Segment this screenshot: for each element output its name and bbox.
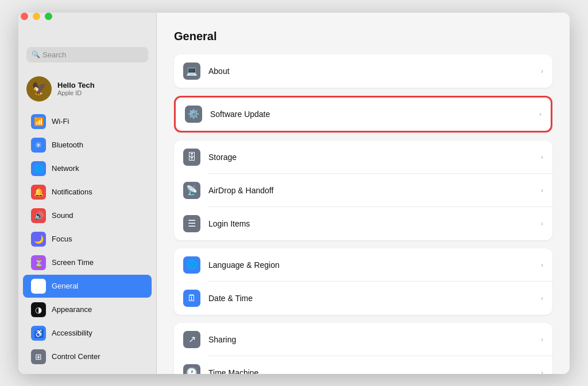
focus-icon: 🌙 xyxy=(31,232,46,247)
sidebar-item-sound[interactable]: 🔊Sound xyxy=(23,204,152,227)
accessibility-icon: ♿ xyxy=(31,326,46,341)
settings-row-loginitems[interactable]: ☰Login Items› xyxy=(174,207,552,240)
sidebar-item-controlcenter[interactable]: ⊞Control Center xyxy=(23,345,152,368)
controlcenter-icon: ⊞ xyxy=(31,349,46,364)
settings-row-storage[interactable]: 🗄Storage› xyxy=(174,141,552,174)
sidebar-item-accessibility[interactable]: ♿Accessibility xyxy=(23,322,152,345)
sidebar-item-network[interactable]: 🌐Network xyxy=(23,157,152,180)
settings-group-group-softwareupdate: ⚙️Software Update› xyxy=(174,96,552,132)
settings-row-software-update[interactable]: ⚙️Software Update› xyxy=(176,98,551,131)
sharing-label: Sharing xyxy=(208,335,533,344)
loginitems-chevron: › xyxy=(541,220,543,228)
screentime-icon: ⏳ xyxy=(31,255,46,270)
sidebar-item-appearance[interactable]: ◑Appearance xyxy=(23,298,152,321)
wifi-icon: 📶 xyxy=(31,114,46,129)
sidebar-item-label-wifi: Wi-Fi xyxy=(52,117,69,126)
settings-group-group-sharing: ↗Sharing›🕐Time Machine› xyxy=(174,323,552,374)
language-chevron: › xyxy=(541,261,543,269)
sidebar-item-label-accessibility: Accessibility xyxy=(52,329,92,337)
sidebar-item-label-sound: Sound xyxy=(52,211,74,220)
airdrop-chevron: › xyxy=(541,186,543,194)
storage-chevron: › xyxy=(541,153,543,161)
sidebar-item-label-controlcenter: Control Center xyxy=(52,352,100,361)
sharing-chevron: › xyxy=(541,336,543,344)
general-icon: ⚙ xyxy=(31,279,46,294)
sidebar-item-bluetooth[interactable]: ✳Bluetooth xyxy=(23,134,152,157)
network-icon: 🌐 xyxy=(31,161,46,176)
timemachine-icon: 🕐 xyxy=(183,364,200,374)
timemachine-label: Time Machine xyxy=(208,368,533,374)
loginitems-icon: ☰ xyxy=(183,215,200,232)
system-preferences-window: 🔍 🦅 Hello Tech Apple ID 📶Wi-Fi✳Bluetooth… xyxy=(18,13,570,374)
about-label: About xyxy=(208,67,533,76)
appearance-icon: ◑ xyxy=(31,302,46,317)
profile-name: Hello Tech xyxy=(57,81,95,89)
settings-group-group-storage: 🗄Storage›📡AirDrop & Handoff›☰Login Items… xyxy=(174,141,552,240)
sidebar-item-label-screentime: Screen Time xyxy=(52,258,94,267)
settings-group-group-about: 💻About› xyxy=(174,54,552,88)
airdrop-icon: 📡 xyxy=(183,182,200,199)
sidebar-item-wifi[interactable]: 📶Wi-Fi xyxy=(23,110,152,133)
settings-row-sharing[interactable]: ↗Sharing› xyxy=(174,323,552,356)
about-icon: 💻 xyxy=(183,63,200,80)
sidebar-item-notifications[interactable]: 🔔Notifications xyxy=(23,181,152,204)
timemachine-chevron: › xyxy=(541,369,543,374)
sidebar-item-general[interactable]: ⚙General xyxy=(23,275,152,298)
sound-icon: 🔊 xyxy=(31,208,46,223)
maximize-button[interactable] xyxy=(45,13,52,20)
minimize-button[interactable] xyxy=(33,13,40,20)
airdrop-label: AirDrop & Handoff xyxy=(208,186,533,195)
sharing-icon: ↗ xyxy=(183,331,200,348)
software-update-icon: ⚙️ xyxy=(185,106,202,123)
profile-subtitle: Apple ID xyxy=(57,89,95,96)
sidebar-item-screentime[interactable]: ⏳Screen Time xyxy=(23,251,152,274)
sidebar-item-label-bluetooth: Bluetooth xyxy=(52,141,83,149)
datetime-label: Date & Time xyxy=(208,294,533,303)
sidebar-item-label-notifications: Notifications xyxy=(52,188,92,196)
datetime-chevron: › xyxy=(541,294,543,302)
storage-icon: 🗄 xyxy=(183,149,200,166)
software-update-label: Software Update xyxy=(210,110,531,119)
sidebar-item-focus[interactable]: 🌙Focus xyxy=(23,228,152,251)
main-content: General 💻About›⚙️Software Update›🗄Storag… xyxy=(157,13,570,374)
settings-row-about[interactable]: 💻About› xyxy=(174,54,552,88)
settings-row-language[interactable]: 🌐Language & Region› xyxy=(174,248,552,282)
avatar: 🦅 xyxy=(26,76,52,102)
sidebar: 🔍 🦅 Hello Tech Apple ID 📶Wi-Fi✳Bluetooth… xyxy=(18,13,156,374)
bluetooth-icon: ✳ xyxy=(31,138,46,153)
settings-row-timemachine[interactable]: 🕐Time Machine› xyxy=(174,356,552,374)
settings-group-group-locale: 🌐Language & Region›🗓Date & Time› xyxy=(174,248,552,315)
software-update-chevron: › xyxy=(539,110,541,118)
sidebar-item-label-focus: Focus xyxy=(52,235,72,243)
sidebar-item-label-network: Network xyxy=(52,164,79,173)
datetime-icon: 🗓 xyxy=(183,290,200,307)
settings-row-datetime[interactable]: 🗓Date & Time› xyxy=(174,282,552,315)
settings-groups: 💻About›⚙️Software Update›🗄Storage›📡AirDr… xyxy=(174,54,552,374)
language-icon: 🌐 xyxy=(183,256,200,274)
settings-row-airdrop[interactable]: 📡AirDrop & Handoff› xyxy=(174,174,552,207)
notifications-icon: 🔔 xyxy=(31,185,46,200)
search-input[interactable] xyxy=(26,47,148,63)
about-chevron: › xyxy=(541,67,543,75)
sidebar-item-label-general: General xyxy=(52,282,78,290)
loginitems-label: Login Items xyxy=(208,219,533,228)
sidebar-items: 📶Wi-Fi✳Bluetooth🌐Network🔔Notifications🔊S… xyxy=(18,110,156,369)
page-title: General xyxy=(174,30,552,43)
search-wrapper: 🔍 xyxy=(26,47,148,63)
profile-text: Hello Tech Apple ID xyxy=(57,81,95,96)
storage-label: Storage xyxy=(208,153,533,162)
profile-section[interactable]: 🦅 Hello Tech Apple ID xyxy=(18,72,156,110)
close-button[interactable] xyxy=(21,13,28,20)
language-label: Language & Region xyxy=(208,260,533,270)
sidebar-item-label-appearance: Appearance xyxy=(52,305,92,314)
